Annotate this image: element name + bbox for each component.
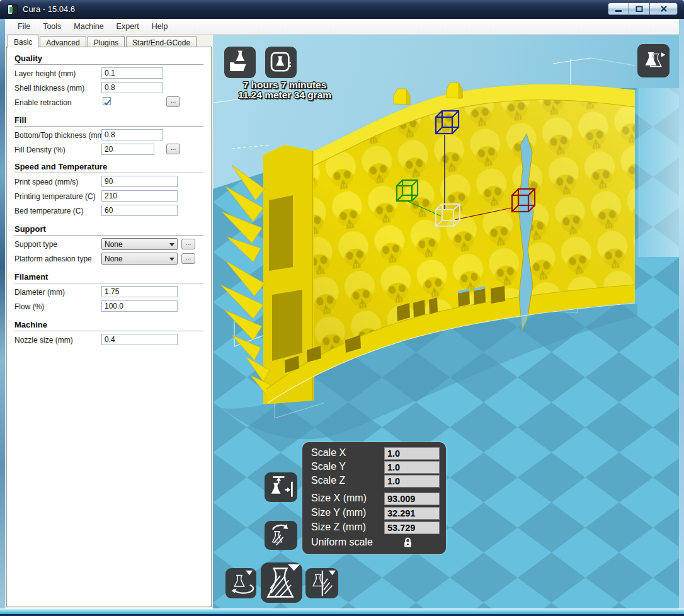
menu-help[interactable]: Help [145, 20, 174, 33]
menu-expert[interactable]: Expert [110, 20, 145, 33]
basic-settings-pane: Quality Layer height (mm) Shell thicknes… [6, 47, 212, 607]
bed-temperature-input[interactable] [101, 205, 178, 216]
support-type-label: Support type [14, 240, 57, 249]
scale-z-input[interactable] [384, 475, 440, 488]
section-machine: Machine [14, 320, 47, 329]
settings-column: Basic Advanced Plugins Start/End-GCode Q… [5, 35, 213, 608]
divider [14, 126, 203, 127]
close-button[interactable] [649, 3, 678, 15]
tab-plugins[interactable]: Plugins [88, 36, 125, 47]
fill-density-input[interactable] [101, 144, 154, 155]
layer-height-label: Layer height (mm) [14, 69, 76, 78]
scale-y-input[interactable] [384, 461, 440, 474]
view-mode-button[interactable] [637, 44, 670, 77]
section-support: Support [14, 224, 46, 234]
bed-temperature-label: Bed temperature (C) [14, 207, 83, 215]
enable-retraction-label: Enable retraction [14, 98, 72, 107]
shell-thickness-label: Shell thickness (mm) [14, 84, 84, 93]
app-icon [8, 4, 18, 14]
diameter-input[interactable] [101, 286, 178, 297]
save-toolpath-icon [267, 48, 295, 76]
scale-y-label: Scale Y [311, 461, 346, 472]
divider [14, 235, 203, 236]
mirror-tool-button[interactable] [305, 568, 338, 598]
section-fill: Fill [14, 115, 26, 125]
window-border-left [0, 19, 5, 608]
printing-temperature-label: Printing temperature (C) [14, 192, 96, 201]
enable-retraction-checkbox[interactable] [103, 97, 111, 105]
support-type-dropdown[interactable]: None [101, 238, 178, 250]
scale-tool-button[interactable] [261, 562, 302, 603]
chevron-down-icon [169, 243, 174, 246]
scale-to-max-button[interactable] [265, 472, 297, 502]
platform-adhesion-more-button[interactable]: ... [181, 253, 195, 264]
size-z-input[interactable] [384, 522, 440, 534]
maximize-button[interactable] [629, 3, 649, 15]
title-bar[interactable]: Cura - 15.04.6 [0, 0, 684, 19]
print-speed-input[interactable] [101, 176, 178, 187]
platform-adhesion-dropdown[interactable]: None [101, 253, 178, 265]
minimize-icon [615, 5, 622, 13]
scale-x-input[interactable] [384, 447, 440, 460]
bottom-top-thickness-input[interactable] [101, 129, 163, 140]
scale-x-label: Scale X [311, 447, 346, 459]
fill-density-label: Fill Density (%) [14, 145, 66, 154]
reset-scale-button[interactable] [265, 521, 297, 550]
scale-to-max-icon [266, 474, 296, 501]
window-title: Cura - 15.04.6 [23, 4, 75, 14]
divider [14, 331, 203, 331]
fill-density-more-button[interactable]: ... [166, 144, 180, 154]
platform-adhesion-value: None [105, 254, 123, 263]
menu-tools[interactable]: Tools [37, 20, 67, 33]
section-filament: Filament [14, 272, 48, 282]
divider [14, 283, 203, 283]
rotate-tool-button[interactable] [225, 568, 256, 598]
print-speed-label: Print speed (mm/s) [14, 178, 78, 186]
retraction-more-button[interactable]: ... [166, 96, 180, 107]
tab-advanced[interactable]: Advanced [40, 36, 86, 47]
scale-tool-icon [262, 564, 301, 602]
divider [14, 64, 203, 65]
diameter-label: Diameter (mm) [14, 288, 65, 297]
minimize-button[interactable] [608, 3, 629, 15]
shell-thickness-input[interactable] [101, 82, 163, 93]
print-material: 11.24 meter 34 gram [218, 90, 351, 100]
save-toolpath-button[interactable] [265, 47, 297, 78]
lock-icon[interactable] [403, 537, 413, 548]
layer-height-input[interactable] [101, 67, 163, 79]
size-z-label: Size Z (mm) [311, 522, 366, 533]
size-x-label: Size X (mm) [311, 493, 367, 504]
menu-bar: File Tools Machine Expert Help [5, 19, 679, 35]
print-summary: 7 hours 7 minutes 11.24 meter 34 gram [218, 80, 351, 100]
flow-input[interactable] [101, 300, 178, 312]
print-time: 7 hours 7 minutes [218, 80, 351, 90]
view-mode-icon [639, 47, 668, 76]
size-x-input[interactable] [384, 493, 440, 505]
cura-window: Cura - 15.04.6 File Tools Machine Expert… [0, 0, 684, 616]
divider [14, 173, 203, 173]
load-model-button[interactable] [224, 47, 256, 78]
maximize-icon [636, 5, 643, 13]
reset-scale-icon [266, 522, 296, 549]
platform-adhesion-label: Platform adhesion type [14, 254, 92, 263]
printing-temperature-input[interactable] [101, 190, 178, 202]
menu-file[interactable]: File [11, 20, 37, 33]
nozzle-size-label: Nozzle size (mm) [14, 336, 73, 345]
window-border-right [679, 19, 684, 608]
rotate-tool-icon [227, 569, 255, 597]
3d-viewport[interactable]: 7 hours 7 minutes 11.24 meter 34 gram [213, 35, 679, 608]
menu-machine[interactable]: Machine [67, 20, 110, 33]
section-speed-temperature: Speed and Temperature [14, 162, 107, 171]
bottom-top-thickness-label: Bottom/Top thickness (mm) [14, 131, 106, 140]
scale-settings-panel: Scale X Scale Y Scale Z Size X (mm) Size… [302, 442, 446, 554]
flow-label: Flow (%) [14, 302, 44, 311]
support-type-more-button[interactable]: ... [181, 239, 195, 249]
tab-start-end-gcode[interactable]: Start/End-GCode [126, 36, 197, 47]
size-y-input[interactable] [384, 507, 440, 520]
tab-basic[interactable]: Basic [8, 35, 38, 48]
caption-buttons [608, 3, 678, 15]
tab-strip: Basic Advanced Plugins Start/End-GCode [8, 35, 198, 47]
scale-z-label: Scale Z [311, 475, 345, 486]
nozzle-size-input[interactable] [101, 334, 178, 345]
support-type-value: None [105, 240, 123, 249]
